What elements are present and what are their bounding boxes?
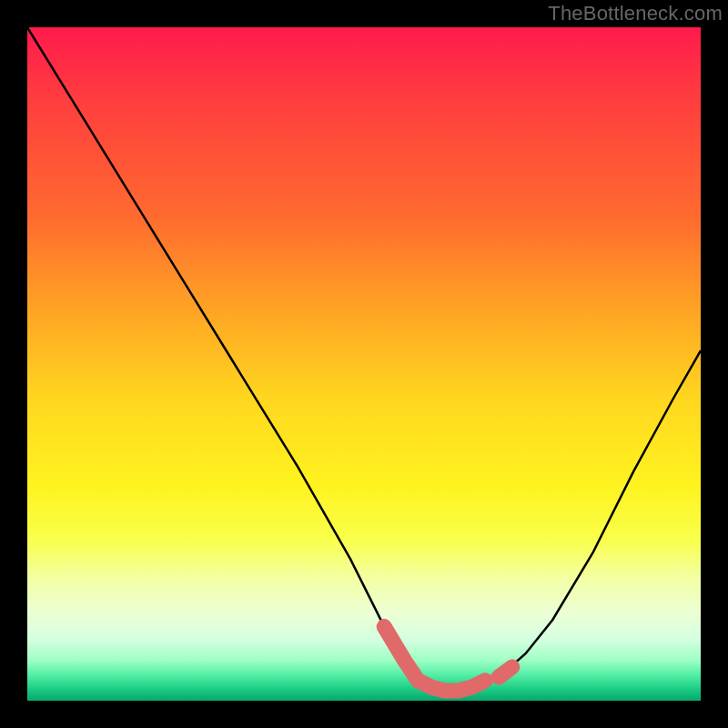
- highlight-band-right: [499, 667, 512, 677]
- highlight-band-left: [384, 627, 485, 691]
- bottleneck-curve: [27, 27, 701, 691]
- chart-frame: TheBottleneck.com: [0, 0, 728, 728]
- curve-layer: [27, 27, 701, 701]
- watermark-text: TheBottleneck.com: [548, 2, 723, 25]
- plot-area: [27, 27, 701, 701]
